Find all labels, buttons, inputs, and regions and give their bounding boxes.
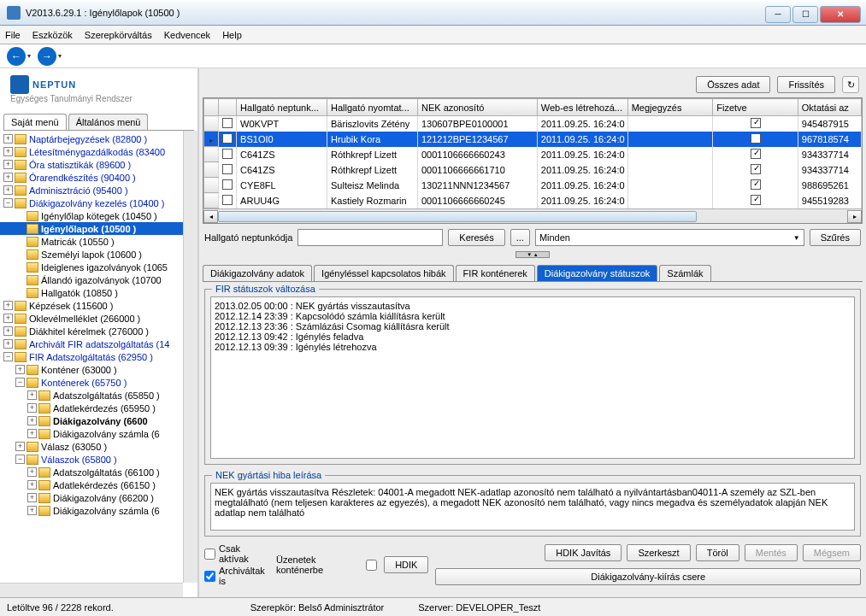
tree-item[interactable]: Hallgatók (10850 ) xyxy=(41,288,118,298)
row-checkbox-cell[interactable] xyxy=(218,162,236,178)
checkbox-icon[interactable] xyxy=(222,179,233,190)
tree-expander[interactable]: + xyxy=(3,160,13,169)
checkbox-icon[interactable] xyxy=(222,133,233,144)
tree-item[interactable]: Oklevélmelléklet (266000 ) xyxy=(29,314,140,324)
tree-expander[interactable]: − xyxy=(15,455,25,464)
checkbox-icon[interactable] xyxy=(751,179,761,190)
splitter-handle[interactable]: ▼ ▲ xyxy=(515,251,550,258)
tree-item[interactable]: Óra statisztikák (89600 ) xyxy=(29,160,131,170)
tree-expander[interactable]: + xyxy=(27,467,37,477)
nav-back-dropdown[interactable]: ▾ xyxy=(27,52,31,60)
tree-item[interactable]: FIR Adatszolgáltatás (62950 ) xyxy=(29,352,153,362)
msg-container-checkbox[interactable] xyxy=(366,560,377,571)
tab-general-menu[interactable]: Általános menü xyxy=(68,114,149,130)
table-row[interactable]: C641ZSRóthkrepf Lizett000110666666024320… xyxy=(204,147,862,162)
grid-header[interactable]: Hallgató neptunk... xyxy=(237,99,327,116)
archived-checkbox[interactable]: Archiváltak is xyxy=(204,566,269,586)
checkbox-icon[interactable] xyxy=(222,118,233,128)
table-row[interactable]: CYE8FLSulteisz Melinda130211NNN123456720… xyxy=(204,178,862,193)
scroll-right-icon[interactable]: ▸ xyxy=(847,210,862,223)
checkbox-icon[interactable] xyxy=(751,118,761,128)
tree-expander[interactable]: + xyxy=(27,416,37,425)
tree-item[interactable]: Igénylőlap kötegek (10450 ) xyxy=(41,211,157,221)
tree-item[interactable]: Diákigazolvány (66200 ) xyxy=(53,493,154,503)
tree-item[interactable]: Adatszolgáltatás (65850 ) xyxy=(53,390,160,401)
tree-expander[interactable]: + xyxy=(27,506,37,515)
checkbox-icon[interactable] xyxy=(222,149,233,159)
grid-header[interactable]: Hallgató nyomtat... xyxy=(327,99,418,116)
filter-combo[interactable]: Minden▼ xyxy=(535,229,804,246)
tree-expander[interactable]: + xyxy=(15,442,25,451)
nav-forward-dropdown[interactable]: ▾ xyxy=(58,52,62,60)
tree-expander[interactable]: + xyxy=(27,403,37,413)
save-button[interactable]: Mentés xyxy=(745,544,798,561)
grid-scrollbar-horizontal[interactable]: ◂ ▸ xyxy=(203,208,862,223)
tree-expander[interactable]: − xyxy=(3,352,13,361)
tree-expander[interactable]: − xyxy=(15,378,25,387)
edit-button[interactable]: Szerkeszt xyxy=(627,544,690,561)
tree-item[interactable]: Diákigazolvány számla (6 xyxy=(53,429,160,439)
tree-item[interactable]: Adatlekérdezés (66150 ) xyxy=(53,480,156,490)
tree-expander[interactable]: + xyxy=(27,390,37,400)
nav-back-button[interactable]: ← xyxy=(7,47,26,66)
hdik-fix-button[interactable]: HDIK Javítás xyxy=(545,544,622,561)
tree-item[interactable]: Archivált FIR adatszolgáltatás (14 xyxy=(29,339,169,349)
menu-file[interactable]: File xyxy=(5,30,21,40)
grid-header[interactable]: Oktatási az xyxy=(798,99,861,116)
menu-favorites[interactable]: Kedvencek xyxy=(164,30,210,40)
grid-header-indicator[interactable] xyxy=(204,99,219,116)
tree-expander[interactable]: − xyxy=(3,198,13,208)
tree-item[interactable]: Adatszolgáltatás (66100 ) xyxy=(53,467,160,478)
error-textarea[interactable]: NEK gyártás visszautasítva Részletek: 04… xyxy=(210,483,855,531)
close-button[interactable]: ✕ xyxy=(820,6,861,23)
subtab-card-statuses[interactable]: Diákigazolvány státuszok xyxy=(537,265,658,281)
tree-item[interactable]: Matricák (10550 ) xyxy=(41,237,115,247)
status-textarea[interactable]: 2013.02.05 00:00 : NEK gyártás visszauta… xyxy=(210,296,855,459)
hdik-button[interactable]: HDIK xyxy=(384,556,428,573)
tree-expander[interactable]: + xyxy=(3,173,13,182)
table-row[interactable]: C641ZSRóthkrepf Lizett000110666666171020… xyxy=(204,162,862,178)
menu-role[interactable]: Szerepkörváltás xyxy=(85,30,152,40)
subtab-fir-containers[interactable]: FIR konténerek xyxy=(456,265,535,281)
tree-expander[interactable]: + xyxy=(3,326,13,336)
grid-header[interactable]: Web-es létrehozá... xyxy=(537,99,627,116)
search-input[interactable] xyxy=(298,229,443,246)
tree-scrollbar-horizontal[interactable] xyxy=(0,583,183,597)
tree-expander[interactable]: + xyxy=(3,339,13,349)
checkbox-icon[interactable] xyxy=(222,164,233,174)
tree-expander[interactable]: + xyxy=(3,301,13,310)
card-swap-button[interactable]: Diákigazolvány-kiírás csere xyxy=(435,568,861,585)
tree-expander[interactable]: + xyxy=(27,429,37,438)
delete-button[interactable]: Töröl xyxy=(696,544,739,561)
tree-expander[interactable]: + xyxy=(3,134,13,144)
cell-paid[interactable] xyxy=(713,147,798,162)
row-checkbox-cell[interactable] xyxy=(218,178,236,193)
tree-item[interactable]: Adatlekérdezés (65950 ) xyxy=(53,403,156,414)
grid-header-checkbox[interactable] xyxy=(218,99,236,116)
cell-paid[interactable] xyxy=(713,116,798,132)
tree-expander[interactable]: + xyxy=(15,365,25,374)
only-active-checkbox[interactable]: Csak aktívak xyxy=(204,543,269,564)
maximize-button[interactable]: ☐ xyxy=(792,6,818,23)
tree-item[interactable]: Konténer (63000 ) xyxy=(41,365,117,375)
tree-item[interactable]: Képzések (115600 ) xyxy=(29,301,113,311)
tree-item[interactable]: Állandó igazolványok (10700 xyxy=(41,275,162,285)
search-button[interactable]: Keresés xyxy=(448,229,504,246)
checkbox-icon[interactable] xyxy=(751,164,761,174)
cell-paid[interactable] xyxy=(713,193,798,208)
cell-paid[interactable] xyxy=(713,178,798,193)
tree-expander[interactable]: + xyxy=(27,480,37,490)
checkbox-icon[interactable] xyxy=(751,149,761,159)
minimize-button[interactable]: ─ xyxy=(765,6,791,23)
subtab-card-data[interactable]: Diákigazolvány adatok xyxy=(203,265,312,281)
subtab-request-errors[interactable]: Igényléssel kapcsolatos hibák xyxy=(314,265,454,281)
search-more-button[interactable]: ... xyxy=(510,229,530,246)
tree-item[interactable]: Diákigazolvány (6600 xyxy=(53,416,148,426)
tree-expander[interactable]: + xyxy=(3,147,13,156)
tree-item[interactable]: Válasz (63050 ) xyxy=(41,442,107,452)
tree-item[interactable]: Diákigazolvány számla (6 xyxy=(53,506,160,516)
tree-expander[interactable]: + xyxy=(3,185,13,195)
all-data-button[interactable]: Összes adat xyxy=(696,76,770,93)
table-row[interactable]: ARUU4GKastiely Rozmarin00011066666602452… xyxy=(204,193,862,208)
table-row[interactable]: W0KVPTBäriszlovits Zétény130607BPE010000… xyxy=(204,116,862,132)
